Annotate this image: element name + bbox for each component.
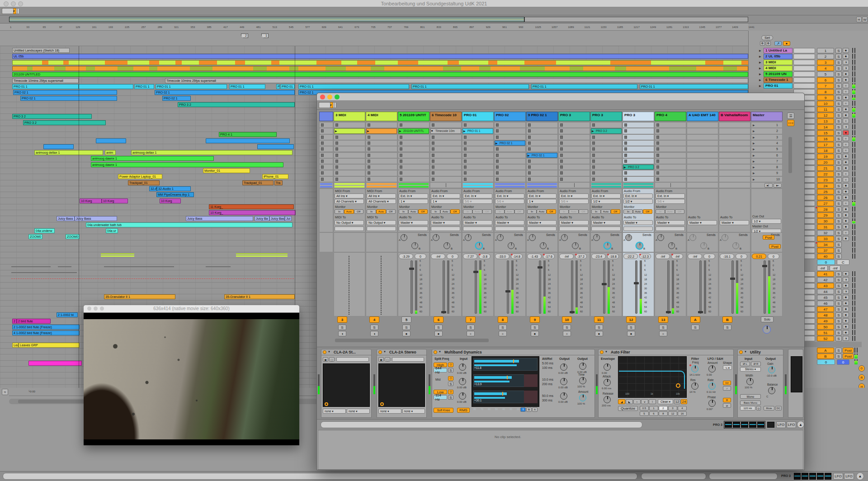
track-activator[interactable]: 42 [817, 277, 834, 283]
mid-activator[interactable]: ⏻ [448, 376, 453, 381]
clip-slot[interactable] [655, 140, 686, 146]
track-activator[interactable]: 10 [817, 101, 834, 106]
track-activator[interactable]: 25 [817, 189, 834, 194]
device-thumb[interactable] [825, 473, 831, 480]
output-chooser[interactable]: Master ▾ [688, 220, 717, 225]
clip-segment[interactable] [326, 66, 346, 71]
clip-stop-icon[interactable] [496, 129, 499, 132]
solo-button[interactable]: S [835, 201, 842, 206]
volume-fader[interactable] [635, 260, 637, 314]
slope-12-button[interactable]: 12 [674, 399, 680, 404]
clip-stop-icon[interactable] [560, 141, 563, 145]
clip-slot[interactable] [719, 140, 750, 146]
clip-slot[interactable] [494, 146, 526, 152]
clip-segment[interactable] [235, 61, 245, 65]
track-name-cell[interactable]: 4 MIDI [764, 66, 793, 71]
track-activator[interactable]: 46 [817, 301, 834, 306]
scene-play-icon[interactable]: ▶ [753, 160, 756, 163]
clip-slot[interactable] [623, 140, 654, 146]
locator-flag[interactable]: 1 [261, 33, 269, 38]
device-on-toggle[interactable] [434, 350, 437, 354]
arm-button[interactable]: ● [843, 148, 849, 153]
clip-slot[interactable] [526, 146, 558, 152]
volume-field[interactable]: -Inf [656, 254, 670, 259]
clip-slot[interactable] [462, 164, 494, 170]
send-b-post-toggle[interactable]: Post [769, 244, 781, 249]
rms-button[interactable]: RMS [457, 408, 470, 413]
thin-clip[interactable] [236, 253, 288, 255]
volume-field[interactable]: 0.21 [752, 254, 766, 259]
solo-button[interactable]: S [338, 325, 346, 330]
send-a-knob[interactable] [593, 234, 600, 241]
arm-button[interactable]: ● [843, 83, 849, 88]
lfo-amount-knob[interactable] [708, 365, 716, 373]
solo-button[interactable]: S [835, 130, 842, 136]
arrangement-clip[interactable]: 10 Korg [80, 198, 102, 203]
clip-stop-icon[interactable] [592, 165, 595, 169]
volume-fader[interactable] [764, 260, 766, 314]
arrangement-clip[interactable]: PRO 01 1 [531, 84, 637, 89]
low-freq-field[interactable]: 114 Hz [434, 395, 447, 400]
clip-segment[interactable] [741, 61, 748, 65]
volume-field[interactable]: -3.29 [399, 254, 413, 259]
clip-stop-icon[interactable] [464, 178, 467, 181]
clip-segment[interactable] [443, 66, 461, 71]
track-name-cell[interactable]: PRO 01 [764, 83, 793, 89]
return-activator[interactable]: A [817, 348, 834, 353]
clip-stop-icon[interactable] [624, 141, 627, 145]
arm-button[interactable]: ● [843, 207, 849, 212]
clip-stop-icon[interactable] [592, 141, 595, 145]
clip-play-icon[interactable]: ▶ [495, 141, 499, 145]
clip-stop-icon[interactable] [400, 136, 402, 139]
track-activator[interactable]: 32 [817, 230, 834, 236]
arm-button[interactable]: ● [843, 330, 849, 335]
clip-stop-icon[interactable] [528, 160, 531, 163]
arrangement-clip[interactable]: 35-Granulator II 1 [104, 294, 175, 299]
arrangement-view-toggle[interactable]: ☰ [787, 113, 794, 119]
fader-handle[interactable] [602, 283, 607, 285]
clip-stop-icon[interactable] [368, 154, 370, 157]
track-activator[interactable]: 15 [817, 130, 834, 136]
input-channel-chooser[interactable]: All Channels ▾ [367, 199, 396, 204]
clip-slot[interactable] [334, 134, 365, 140]
solo-button[interactable]: S [434, 325, 443, 330]
track-activator[interactable]: 34 [817, 242, 834, 247]
clip-slot[interactable] [590, 140, 622, 146]
unfold-icon[interactable]: ▶ [759, 72, 763, 76]
clip-slot[interactable] [719, 158, 750, 164]
monitor-off-button[interactable]: Off [514, 209, 524, 214]
send-a-knob[interactable] [497, 234, 504, 241]
track-header-pro-3[interactable]: PRO 3 [590, 112, 622, 121]
solo-button[interactable]: S [835, 142, 842, 147]
clip-segment[interactable] [570, 66, 583, 71]
track-activator[interactable]: 16 [817, 136, 834, 141]
output-chooser[interactable]: Master ▾ [591, 220, 621, 225]
filter-freq-knob[interactable] [691, 365, 698, 373]
arm-button[interactable]: ● [843, 212, 849, 217]
solo-button[interactable]: S [835, 277, 842, 283]
clip-slot[interactable] [687, 140, 718, 146]
quantize-beat-1[interactable]: 1 [649, 406, 658, 410]
send-a-knob[interactable] [689, 234, 696, 241]
fader-handle[interactable] [409, 268, 414, 270]
track-activator[interactable]: 37 [817, 248, 834, 253]
input-channel-chooser[interactable]: 5/6 ▾ [463, 199, 492, 204]
output-chooser[interactable]: Master ▾ [399, 220, 428, 225]
clip-stop-icon[interactable] [656, 154, 659, 157]
clip-slot[interactable] [526, 158, 558, 164]
quantize-beat-16[interactable]: 16 [678, 411, 687, 416]
track-activator[interactable]: 17 [817, 142, 834, 147]
clip-stop-icon[interactable] [464, 136, 467, 139]
clip-stop-icon[interactable] [560, 165, 563, 169]
quantize-button[interactable]: Quantize [618, 406, 638, 411]
send-b-knob[interactable] [732, 242, 739, 249]
arrangement-clip[interactable]: Power Adaptor Laptop_01 [118, 174, 162, 179]
mid-solo-button[interactable]: S [448, 382, 453, 386]
clip-slot[interactable] [558, 164, 590, 170]
monitor-in-button[interactable]: In [399, 209, 408, 214]
unfold-icon[interactable]: ▶ [759, 66, 763, 71]
automation-cell[interactable] [793, 54, 815, 59]
clip-slot[interactable] [334, 122, 365, 128]
arrangement-clip[interactable]: 4 1-0002 bird flute (Freeze) [12, 330, 80, 335]
device-fold-icon[interactable]: ▼ [383, 350, 387, 354]
